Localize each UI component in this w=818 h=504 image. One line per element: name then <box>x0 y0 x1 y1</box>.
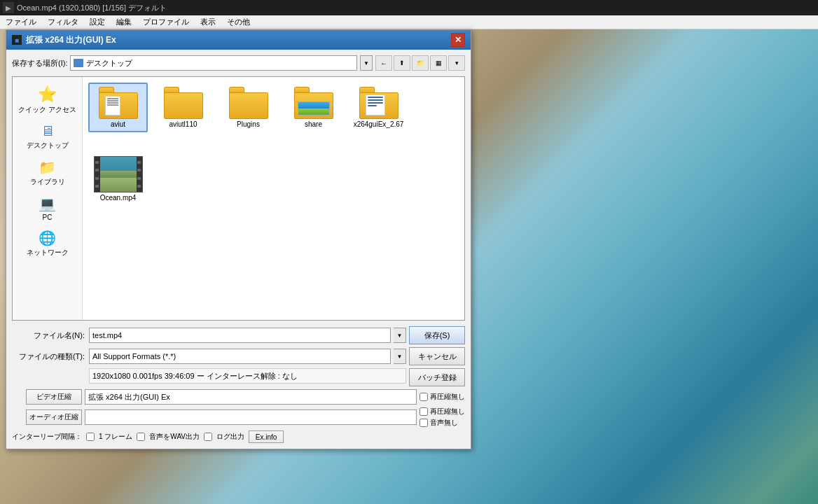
sidebar-label-quickaccess: クイック アクセス <box>18 105 76 115</box>
filetype-input-container: All Support Formats (*.*) ▼ <box>89 349 406 364</box>
folder-item-share[interactable]: share <box>284 83 343 132</box>
audio-compress-input[interactable] <box>85 410 417 425</box>
folder-item-aviut[interactable]: aviut <box>88 83 148 132</box>
filename-row: ファイル名(N): ▼ 保存(S) <box>12 326 465 344</box>
folder-icon-share <box>294 87 333 119</box>
menu-filter[interactable]: フィルタ <box>42 15 84 29</box>
form-area: ファイル名(N): ▼ 保存(S) ファイルの種類(T): All Suppor… <box>12 326 465 443</box>
batch-button[interactable]: バッチ登録 <box>409 368 465 386</box>
compress-controls: ビデオ圧縮 再圧縮無し オーディオ圧縮 <box>26 389 465 428</box>
file-item-ocean[interactable]: Ocean.mp4 <box>88 152 148 206</box>
sidebar-item-pc[interactable]: 💻 PC <box>15 192 79 224</box>
sidebar-label-pc: PC <box>43 214 53 221</box>
filename-dropdown-arrow[interactable]: ▼ <box>394 328 406 343</box>
dialog-window: ■ 拡張 x264 出力(GUI) Ex ✕ 保存する場所(I): デスクトップ… <box>6 29 471 449</box>
filename-label: ファイル名(N): <box>12 330 89 341</box>
close-button[interactable]: ✕ <box>451 33 465 47</box>
video-checkbox-group: 再圧縮無し <box>420 392 465 402</box>
folder-icon-x264 <box>359 87 398 119</box>
video-compress-button[interactable]: ビデオ圧縮 <box>26 389 82 405</box>
folder-item-plugins[interactable]: Plugins <box>219 83 278 132</box>
sidebar-label-desktop: デスクトップ <box>27 141 69 150</box>
app-icon: ▶ <box>3 2 14 13</box>
video-thumbnail-ocean <box>94 156 143 192</box>
status-row: 1920x1080 0.001fps 39:46:09 ー インターレース解除 … <box>12 368 465 386</box>
interleave-checkbox[interactable] <box>86 433 95 441</box>
location-dropdown[interactable]: デスクトップ <box>70 55 357 71</box>
menu-settings[interactable]: 設定 <box>84 15 111 29</box>
sidebar-item-network[interactable]: 🌐 ネットワーク <box>15 227 79 260</box>
recompress-video-item: 再圧縮無し <box>420 392 465 402</box>
main-area: ⭐ クイック アクセス 🖥 デスクトップ 📁 ライブラリ 💻 PC 🌐 <box>12 76 465 321</box>
exinfo-button[interactable]: Ex.info <box>249 430 284 443</box>
compress-area: ビデオ圧縮 再圧縮無し オーディオ圧縮 <box>12 389 465 428</box>
back-button[interactable]: ← <box>375 55 392 71</box>
toolbar-buttons: ← ⬆ 📁 ▦ ▾ <box>375 55 465 71</box>
menu-other[interactable]: その他 <box>221 15 256 29</box>
audio-compress-button[interactable]: オーディオ圧縮 <box>26 410 82 425</box>
network-icon: 🌐 <box>39 230 56 246</box>
sidebar-item-desktop[interactable]: 🖥 デスクトップ <box>15 120 79 153</box>
interleave-row: インターリーブ間隔： 1 フレーム 音声をWAV出力 ログ出力 Ex.info <box>12 430 465 443</box>
new-folder-button[interactable]: 📁 <box>412 55 429 71</box>
filename-input-container: ▼ <box>89 328 406 343</box>
recompress-audio-checkbox[interactable] <box>420 407 428 416</box>
sidebar-label-library: ライブラリ <box>30 177 65 187</box>
folder-label-share: share <box>305 120 322 128</box>
wav-checkbox[interactable] <box>137 433 145 441</box>
video-compress-input[interactable] <box>85 389 417 405</box>
sidebar-label-network: ネットワーク <box>27 248 69 258</box>
save-button[interactable]: 保存(S) <box>409 326 465 344</box>
folder-icon-aviut <box>99 87 138 119</box>
wav-label: 音声をWAV出力 <box>149 432 200 442</box>
dialog-titlebar: ■ 拡張 x264 出力(GUI) Ex ✕ <box>6 30 471 50</box>
menu-edit[interactable]: 編集 <box>111 15 137 29</box>
app-title: Ocean.mp4 (1920,1080) [1/156] デフォルト <box>17 3 167 13</box>
recompress-video-checkbox[interactable] <box>420 393 428 401</box>
folder-label-plugins: Plugins <box>237 120 260 128</box>
menu-bar: ファイル フィルタ 設定 編集 プロファイル 表示 その他 <box>0 15 818 29</box>
menu-view[interactable]: 表示 <box>195 15 221 29</box>
dialog-title: 拡張 x264 出力(GUI) Ex <box>26 34 451 46</box>
menu-file[interactable]: ファイル <box>0 15 42 29</box>
desktop-icon: 🖥 <box>41 123 55 139</box>
menu-profile[interactable]: プロファイル <box>137 15 195 29</box>
filetype-dropdown-arrow[interactable]: ▼ <box>394 349 406 364</box>
status-bar: 1920x1080 0.001fps 39:46:09 ー インターレース解除 … <box>89 368 406 384</box>
filetype-row: ファイルの種類(T): All Support Formats (*.*) ▼ … <box>12 347 465 365</box>
recompress-audio-label: 再圧縮無し <box>430 407 465 416</box>
location-folder-icon <box>74 59 83 67</box>
view-button-2[interactable]: ▾ <box>448 55 465 71</box>
taskbar: ▶ Ocean.mp4 (1920,1080) [1/156] デフォルト <box>0 0 818 15</box>
interleave-frame-label: 1 フレーム <box>99 432 132 442</box>
no-audio-label: 音声無し <box>430 418 458 428</box>
interleave-label: インターリーブ間隔： <box>12 432 82 442</box>
recompress-video-label: 再圧縮無し <box>430 392 465 402</box>
quick-access-icon: ⭐ <box>38 85 57 104</box>
cancel-button[interactable]: キャンセル <box>409 347 465 365</box>
sidebar-item-quickaccess[interactable]: ⭐ クイック アクセス <box>15 83 79 118</box>
folder-item-aviutl110[interactable]: aviutl110 <box>153 83 213 132</box>
dialog-title-icon: ■ <box>12 35 22 45</box>
file-view: aviut aviutl110 Plugins <box>83 77 464 320</box>
log-label: ログ出力 <box>216 432 244 442</box>
recompress-audio-item: 再圧縮無し <box>420 407 465 416</box>
folder-label-aviut: aviut <box>111 120 125 128</box>
film-strip-right <box>137 157 142 192</box>
no-audio-checkbox[interactable] <box>420 419 428 427</box>
audio-compress-row: オーディオ圧縮 再圧縮無し 音声無し <box>26 407 465 428</box>
log-checkbox[interactable] <box>204 433 212 441</box>
dialog-content: 保存する場所(I): デスクトップ ▼ ← ⬆ 📁 ▦ ▾ ⭐ クイック アクセ… <box>6 50 471 449</box>
folder-icon-plugins <box>229 87 268 119</box>
location-dropdown-arrow[interactable]: ▼ <box>360 55 373 71</box>
filename-input[interactable] <box>89 328 391 343</box>
sidebar-item-library[interactable]: 📁 ライブラリ <box>15 156 79 190</box>
folder-item-x264[interactable]: x264guiEx_2.67 <box>349 83 408 132</box>
view-button[interactable]: ▦ <box>430 55 447 71</box>
up-button[interactable]: ⬆ <box>394 55 410 71</box>
pc-icon: 💻 <box>39 195 56 212</box>
film-strip-left <box>95 157 100 192</box>
folder-label-x264: x264guiEx_2.67 <box>354 120 404 128</box>
folder-label-aviutl110: aviutl110 <box>169 120 197 128</box>
save-btn-container: 保存(S) <box>409 326 465 344</box>
